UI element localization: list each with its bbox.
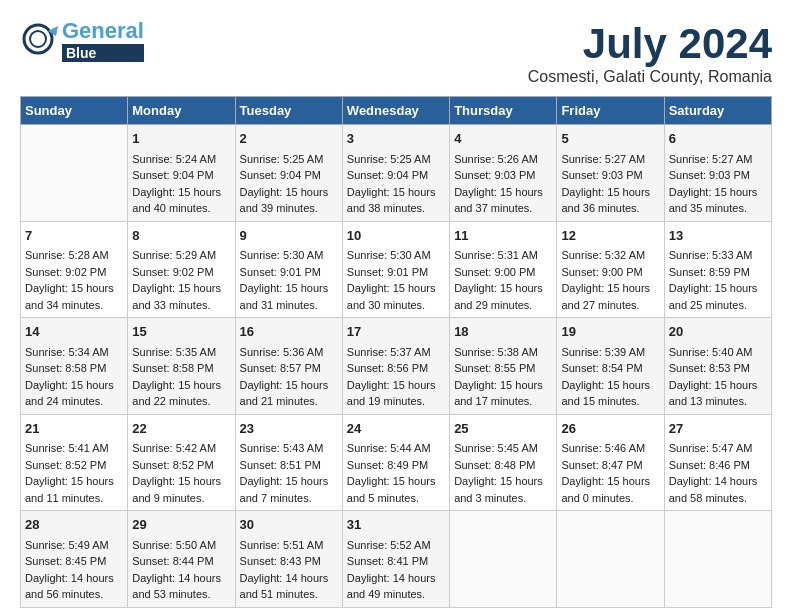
day-number: 12 xyxy=(561,226,659,246)
calendar-cell: 18Sunrise: 5:38 AMSunset: 8:55 PMDayligh… xyxy=(450,318,557,415)
day-info-line: and 22 minutes. xyxy=(132,393,230,410)
day-info-line: and 27 minutes. xyxy=(561,297,659,314)
calendar-cell: 30Sunrise: 5:51 AMSunset: 8:43 PMDayligh… xyxy=(235,511,342,608)
day-info-line: and 39 minutes. xyxy=(240,200,338,217)
day-info-line: Sunset: 9:01 PM xyxy=(240,264,338,281)
day-info-line: and 34 minutes. xyxy=(25,297,123,314)
day-info-line: and 5 minutes. xyxy=(347,490,445,507)
day-info-line: and 7 minutes. xyxy=(240,490,338,507)
day-info-line: and 25 minutes. xyxy=(669,297,767,314)
calendar-cell: 8Sunrise: 5:29 AMSunset: 9:02 PMDaylight… xyxy=(128,221,235,318)
day-number: 5 xyxy=(561,129,659,149)
day-number: 27 xyxy=(669,419,767,439)
day-info-line: Daylight: 15 hours xyxy=(669,184,767,201)
day-info-line: Sunrise: 5:35 AM xyxy=(132,344,230,361)
day-info-line: Daylight: 15 hours xyxy=(454,184,552,201)
day-info-line: and 17 minutes. xyxy=(454,393,552,410)
day-number: 14 xyxy=(25,322,123,342)
day-info-line: Sunrise: 5:26 AM xyxy=(454,151,552,168)
calendar-cell: 24Sunrise: 5:44 AMSunset: 8:49 PMDayligh… xyxy=(342,414,449,511)
calendar-week-row: 1Sunrise: 5:24 AMSunset: 9:04 PMDaylight… xyxy=(21,125,772,222)
month-title: July 2024 xyxy=(528,20,772,68)
day-info-line: Sunrise: 5:47 AM xyxy=(669,440,767,457)
day-info-line: Sunset: 9:03 PM xyxy=(561,167,659,184)
calendar-week-row: 14Sunrise: 5:34 AMSunset: 8:58 PMDayligh… xyxy=(21,318,772,415)
svg-point-1 xyxy=(30,31,46,47)
day-number: 16 xyxy=(240,322,338,342)
day-info-line: Sunset: 8:47 PM xyxy=(561,457,659,474)
calendar-cell: 19Sunrise: 5:39 AMSunset: 8:54 PMDayligh… xyxy=(557,318,664,415)
day-info-line: Sunset: 8:53 PM xyxy=(669,360,767,377)
weekday-header-sunday: Sunday xyxy=(21,97,128,125)
day-info-line: Sunset: 8:59 PM xyxy=(669,264,767,281)
calendar-cell: 6Sunrise: 5:27 AMSunset: 9:03 PMDaylight… xyxy=(664,125,771,222)
day-info-line: Sunset: 8:56 PM xyxy=(347,360,445,377)
day-info-line: and 31 minutes. xyxy=(240,297,338,314)
calendar-cell: 29Sunrise: 5:50 AMSunset: 8:44 PMDayligh… xyxy=(128,511,235,608)
day-number: 17 xyxy=(347,322,445,342)
day-info-line: Daylight: 14 hours xyxy=(347,570,445,587)
day-info-line: Sunrise: 5:27 AM xyxy=(561,151,659,168)
weekday-header-tuesday: Tuesday xyxy=(235,97,342,125)
day-info-line: Daylight: 15 hours xyxy=(240,280,338,297)
day-info-line: Sunset: 8:45 PM xyxy=(25,553,123,570)
day-info-line: and 13 minutes. xyxy=(669,393,767,410)
day-number: 30 xyxy=(240,515,338,535)
calendar-week-row: 21Sunrise: 5:41 AMSunset: 8:52 PMDayligh… xyxy=(21,414,772,511)
calendar-cell: 17Sunrise: 5:37 AMSunset: 8:56 PMDayligh… xyxy=(342,318,449,415)
day-number: 29 xyxy=(132,515,230,535)
day-info-line: Sunrise: 5:34 AM xyxy=(25,344,123,361)
day-info-line: Daylight: 15 hours xyxy=(25,280,123,297)
day-info-line: Daylight: 14 hours xyxy=(25,570,123,587)
weekday-header-friday: Friday xyxy=(557,97,664,125)
day-info-line: and 11 minutes. xyxy=(25,490,123,507)
day-info-line: Daylight: 14 hours xyxy=(669,473,767,490)
day-info-line: Sunset: 8:58 PM xyxy=(25,360,123,377)
day-info-line: and 56 minutes. xyxy=(25,586,123,603)
calendar-cell: 15Sunrise: 5:35 AMSunset: 8:58 PMDayligh… xyxy=(128,318,235,415)
calendar-cell: 3Sunrise: 5:25 AMSunset: 9:04 PMDaylight… xyxy=(342,125,449,222)
calendar-cell: 26Sunrise: 5:46 AMSunset: 8:47 PMDayligh… xyxy=(557,414,664,511)
day-info-line: Daylight: 15 hours xyxy=(347,280,445,297)
day-info-line: Sunset: 8:52 PM xyxy=(25,457,123,474)
calendar-cell: 12Sunrise: 5:32 AMSunset: 9:00 PMDayligh… xyxy=(557,221,664,318)
calendar-cell: 1Sunrise: 5:24 AMSunset: 9:04 PMDaylight… xyxy=(128,125,235,222)
calendar-cell: 9Sunrise: 5:30 AMSunset: 9:01 PMDaylight… xyxy=(235,221,342,318)
day-info-line: Sunrise: 5:29 AM xyxy=(132,247,230,264)
day-info-line: Daylight: 15 hours xyxy=(132,184,230,201)
day-number: 24 xyxy=(347,419,445,439)
day-info-line: Sunrise: 5:51 AM xyxy=(240,537,338,554)
day-info-line: and 21 minutes. xyxy=(240,393,338,410)
day-number: 22 xyxy=(132,419,230,439)
day-number: 28 xyxy=(25,515,123,535)
day-info-line: Daylight: 15 hours xyxy=(132,377,230,394)
day-number: 3 xyxy=(347,129,445,149)
weekday-header-wednesday: Wednesday xyxy=(342,97,449,125)
calendar-cell: 10Sunrise: 5:30 AMSunset: 9:01 PMDayligh… xyxy=(342,221,449,318)
day-info-line: Sunset: 9:02 PM xyxy=(25,264,123,281)
calendar-cell: 25Sunrise: 5:45 AMSunset: 8:48 PMDayligh… xyxy=(450,414,557,511)
calendar-week-row: 7Sunrise: 5:28 AMSunset: 9:02 PMDaylight… xyxy=(21,221,772,318)
calendar-cell xyxy=(557,511,664,608)
day-info-line: Sunrise: 5:49 AM xyxy=(25,537,123,554)
day-info-line: and 38 minutes. xyxy=(347,200,445,217)
day-info-line: Sunset: 9:03 PM xyxy=(669,167,767,184)
day-info-line: Sunrise: 5:33 AM xyxy=(669,247,767,264)
day-number: 31 xyxy=(347,515,445,535)
day-info-line: Sunset: 9:02 PM xyxy=(132,264,230,281)
calendar-cell: 22Sunrise: 5:42 AMSunset: 8:52 PMDayligh… xyxy=(128,414,235,511)
day-info-line: Sunrise: 5:43 AM xyxy=(240,440,338,457)
day-number: 7 xyxy=(25,226,123,246)
logo-text: General xyxy=(62,20,144,42)
day-info-line: Daylight: 15 hours xyxy=(454,280,552,297)
day-info-line: and 15 minutes. xyxy=(561,393,659,410)
day-info-line: Sunset: 8:54 PM xyxy=(561,360,659,377)
day-info-line: Daylight: 15 hours xyxy=(347,473,445,490)
day-info-line: and 29 minutes. xyxy=(454,297,552,314)
title-area: July 2024 Cosmesti, Galati County, Roman… xyxy=(528,20,772,86)
day-info-line: and 3 minutes. xyxy=(454,490,552,507)
calendar-cell: 7Sunrise: 5:28 AMSunset: 9:02 PMDaylight… xyxy=(21,221,128,318)
day-number: 10 xyxy=(347,226,445,246)
calendar-cell: 11Sunrise: 5:31 AMSunset: 9:00 PMDayligh… xyxy=(450,221,557,318)
day-info-line: Sunset: 9:00 PM xyxy=(561,264,659,281)
